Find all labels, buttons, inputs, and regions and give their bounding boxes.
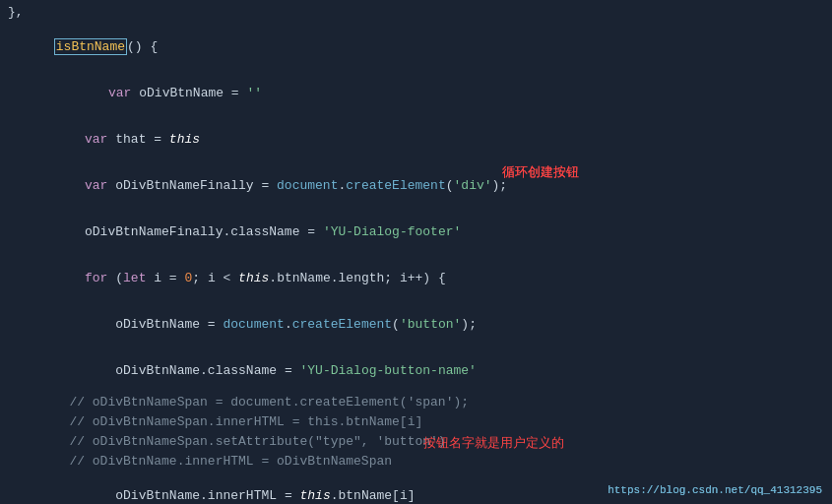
function-name-highlight: isBtnName (54, 38, 127, 55)
line-4-content: var that = this (0, 117, 832, 161)
code-line-12: // oDivBtnNameSpan.setAttribute("type", … (0, 433, 832, 453)
prop-innerHTML: innerHTML (208, 488, 277, 503)
line-12-content: // oDivBtnNameSpan.setAttribute("type", … (0, 434, 832, 449)
var-finally: oDivBtnNameFinally = (115, 178, 277, 193)
paren-open: () { (127, 39, 158, 54)
code-editor: }, isBtnName() { var oDivBtnName = '' va… (0, 0, 832, 504)
var-name-1: oDivBtnName = (139, 86, 246, 100)
kw-let: let (123, 271, 154, 285)
kw-var-2: var (54, 132, 115, 147)
line-13-content: // oDivBtnName.innerHTML = oDivBtnNameSp… (0, 454, 832, 469)
for-open: ( (115, 271, 123, 285)
kw-var-3: var (54, 178, 115, 193)
code-line-10: // oDivBtnNameSpan = document.createElem… (0, 394, 832, 413)
code-line-3: var oDivBtnName = '' (0, 70, 832, 116)
code-line-5: var oDivBtnNameFinally = document.create… (0, 162, 832, 209)
eq-cn: = (277, 363, 299, 378)
indent-14 (54, 488, 115, 503)
odiv-cn: oDivBtnName. (115, 363, 208, 378)
indent-9 (54, 363, 115, 378)
eq-1: = (299, 224, 322, 239)
odiv-html: oDivBtnName. (115, 488, 208, 503)
doc-create-1: document (277, 178, 338, 193)
code-line-6: oDivBtnNameFinally.className = 'YU-Dialo… (0, 209, 832, 255)
for-init: i = (154, 271, 184, 285)
fn-create-1: createElement (346, 178, 445, 193)
line-7-content: for (let i = 0; i < this.btnName.length;… (0, 256, 832, 300)
this-keyword: this (169, 132, 200, 147)
line-3-content: var oDivBtnName = '' (24, 71, 832, 115)
str-div: 'div' (454, 178, 492, 193)
str-button: 'button' (400, 317, 461, 332)
url-display: https://blog.csdn.net/qq_41312395 (608, 484, 822, 496)
line-5-content: var oDivBtnNameFinally = document.create… (0, 163, 832, 208)
odiv-1: oDivBtnName = (115, 317, 223, 332)
this-kw-2: this (299, 488, 330, 503)
code-line-11: // oDivBtnNameSpan.innerHTML = this.btnN… (0, 413, 832, 433)
prop-cn: className (208, 363, 277, 378)
code-line-1: }, (0, 4, 832, 24)
paren-btn: ( (392, 317, 400, 332)
for-semi1: ; i < (192, 271, 238, 285)
code-line-4: var that = this (0, 116, 832, 162)
code-line-2: isBtnName() { (0, 24, 832, 70)
line-10-content: // oDivBtnNameSpan = document.createElem… (0, 395, 832, 410)
eq-html: = (277, 488, 299, 503)
for-btnname: .btnName.length; i++) { (269, 271, 445, 285)
kw-for: for (54, 271, 115, 285)
str-empty: '' (246, 86, 262, 100)
line-11-content: // oDivBtnNameSpan.innerHTML = this.btnN… (0, 414, 832, 429)
code-line-13: // oDivBtnName.innerHTML = oDivBtnNameSp… (0, 453, 832, 472)
btnname-idx: .btnName[i] (331, 488, 416, 503)
code-line-9: oDivBtnName.className = 'YU-Dialog-butto… (0, 347, 832, 394)
this-kw-1: this (238, 271, 269, 285)
indent-8 (54, 317, 115, 332)
line-8-content: oDivBtnName = document.createElement('bu… (0, 302, 832, 346)
semi-2: ); (461, 317, 477, 332)
kw-var-1: var (78, 86, 139, 100)
annotation-btn-name: 按钮名字就是用户定义的 (423, 434, 564, 452)
obj-finally-1: oDivBtnNameFinally. (54, 224, 230, 239)
paren-1: ( (446, 178, 454, 193)
annotation-loop-text: 循环创建按钮 (502, 163, 579, 181)
that-eq: that = (115, 132, 169, 147)
dot-2: . (285, 317, 292, 332)
line-1-content: }, (0, 5, 832, 20)
doc-2: document (223, 317, 284, 332)
prop-classname-1: className (230, 224, 299, 239)
line-6-content: oDivBtnNameFinally.className = 'YU-Dialo… (0, 210, 832, 254)
line-2-content: isBtnName() { (0, 25, 832, 69)
line-9-content: oDivBtnName.className = 'YU-Dialog-butto… (0, 348, 832, 393)
fn-create-2: createElement (292, 317, 392, 332)
code-line-7: for (let i = 0; i < this.btnName.length;… (0, 255, 832, 301)
str-footer: 'YU-Dialog-footer' (323, 224, 461, 239)
str-btn-name: 'YU-Dialog-button-name' (299, 363, 476, 378)
code-line-8: oDivBtnName = document.createElement('bu… (0, 301, 832, 347)
